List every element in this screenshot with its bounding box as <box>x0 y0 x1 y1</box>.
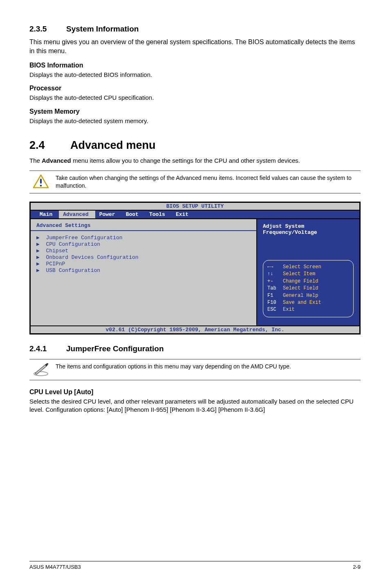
key: ESC <box>267 306 283 313</box>
heading-2-4-1: 2.4.1JumperFree Configuration <box>29 344 361 353</box>
bios-tab-bar: Main Advanced Power Boot Tools Exit <box>31 211 359 218</box>
key-desc: Change Field <box>283 278 318 284</box>
subheading-bios-info: BIOS Information <box>29 62 361 69</box>
note-callout: The items and configuration options in t… <box>29 359 361 380</box>
key: ↑↓ <box>267 271 283 278</box>
bios-menu-label: Onboard Devices Configuration <box>46 254 138 260</box>
svg-rect-1 <box>40 179 42 184</box>
paragraph: Displays the auto-detected CPU specifica… <box>29 94 361 102</box>
key-row: ESCExit <box>267 306 349 313</box>
bios-tab-exit: Exit <box>172 211 195 218</box>
footer-right: 2-9 <box>353 564 361 570</box>
submenu-arrow-icon: ▶ <box>36 241 46 247</box>
key-row: F10Save and Exit <box>267 299 349 306</box>
caution-text: Take caution when changing the settings … <box>56 174 358 190</box>
bios-title-bar: BIOS SETUP UTILITY <box>31 203 359 211</box>
bios-menu-item: ▶ JumperFree Configuration <box>36 234 251 241</box>
bios-pane-heading: Advanced Settings <box>36 222 251 229</box>
bios-menu-label: Chipset <box>46 248 68 254</box>
heading-number: 2.4 <box>29 139 70 152</box>
note-text: The items and configuration options in t… <box>56 363 291 370</box>
key: ←→ <box>267 264 283 271</box>
paragraph: The Advanced menu items allow you to cha… <box>29 157 361 165</box>
bios-left-pane: Advanced Settings ▶ JumperFree Configura… <box>31 219 257 325</box>
subheading-cpu-level-up: CPU Level Up [Auto] <box>29 388 361 396</box>
key-desc: Save and Exit <box>283 300 321 305</box>
bios-menu-item: ▶ USB Configuration <box>36 267 251 274</box>
paragraph: Displays the auto-detected BIOS informat… <box>29 71 361 79</box>
submenu-arrow-icon: ▶ <box>36 267 46 274</box>
key: Tab <box>267 285 283 292</box>
key-row: F1General Help <box>267 292 349 299</box>
submenu-arrow-icon: ▶ <box>36 248 46 254</box>
heading-number: 2.3.5 <box>29 25 66 34</box>
text-bold: Advanced <box>42 157 71 164</box>
bios-menu-item: ▶ CPU Configuration <box>36 241 251 247</box>
page-footer: ASUS M4A77T/USB3 2-9 <box>29 561 361 570</box>
paragraph: This menu gives you an overview of the g… <box>29 38 361 55</box>
heading-text: Advanced menu <box>70 139 156 151</box>
key-desc: Select Screen <box>283 264 321 270</box>
footer-left: ASUS M4A77T/USB3 <box>29 564 81 570</box>
divider <box>31 230 256 231</box>
bios-right-pane: Adjust System Frequency/Voltage ←→Select… <box>257 219 359 325</box>
heading-number: 2.4.1 <box>29 344 66 353</box>
bios-footer: v02.61 (C)Copyright 1985-2009, American … <box>31 325 359 333</box>
heading-2-4: 2.4Advanced menu <box>29 139 361 152</box>
key: F1 <box>267 292 283 299</box>
bios-key-legend: ←→Select Screen ↑↓Select Item +-Change F… <box>263 260 354 317</box>
key-row: ↑↓Select Item <box>267 271 349 278</box>
bios-tab-main: Main <box>36 211 59 218</box>
heading-2-3-5: 2.3.5System Information <box>29 25 361 34</box>
note-icon <box>32 363 50 377</box>
bios-tab-boot: Boot <box>122 211 145 218</box>
bios-menu-item: ▶ Chipset <box>36 247 251 254</box>
bios-tab-tools: Tools <box>145 211 172 218</box>
submenu-arrow-icon: ▶ <box>36 254 46 260</box>
bios-menu-item: ▶ PCIPnP <box>36 260 251 267</box>
subheading-processor: Processor <box>29 85 361 92</box>
bios-menu-label: USB Configuration <box>46 267 100 274</box>
key: +- <box>267 278 283 285</box>
submenu-arrow-icon: ▶ <box>36 235 46 241</box>
key-desc: Exit <box>283 307 295 312</box>
caution-callout: Take caution when changing the settings … <box>29 171 361 193</box>
bios-screen: BIOS SETUP UTILITY Main Advanced Power B… <box>29 202 361 334</box>
bios-tab-advanced: Advanced <box>59 211 95 218</box>
bios-tab-power: Power <box>95 211 122 218</box>
bios-help-text: Adjust System <box>263 223 354 229</box>
paragraph: Displays the auto-detected system memory… <box>29 117 361 125</box>
bios-menu-label: JumperFree Configuration <box>46 235 122 241</box>
key-desc: General Help <box>283 293 318 298</box>
submenu-arrow-icon: ▶ <box>36 261 46 267</box>
key-row: ←→Select Screen <box>267 264 349 271</box>
svg-point-2 <box>40 185 42 186</box>
bios-menu-item: ▶ Onboard Devices Configuration <box>36 254 251 260</box>
key-desc: Select Item <box>283 271 315 277</box>
key-desc: Select Field <box>283 285 318 291</box>
heading-text: System Information <box>66 25 139 33</box>
bios-menu-label: CPU Configuration <box>46 241 100 247</box>
caution-icon <box>32 174 50 189</box>
subheading-system-memory: System Memory <box>29 108 361 115</box>
heading-text: JumperFree Configuration <box>66 344 164 353</box>
key-row: +-Change Field <box>267 278 349 285</box>
bios-help-text: Frequency/Voltage <box>263 229 354 236</box>
key: F10 <box>267 299 283 306</box>
key-row: TabSelect Field <box>267 285 349 292</box>
bios-menu-label: PCIPnP <box>46 261 65 267</box>
paragraph: Selects the desired CPU level, and other… <box>29 397 361 414</box>
text-suffix: menu items allow you to change the setti… <box>71 157 300 164</box>
text-prefix: The <box>29 157 42 164</box>
bios-body: Advanced Settings ▶ JumperFree Configura… <box>31 218 359 325</box>
